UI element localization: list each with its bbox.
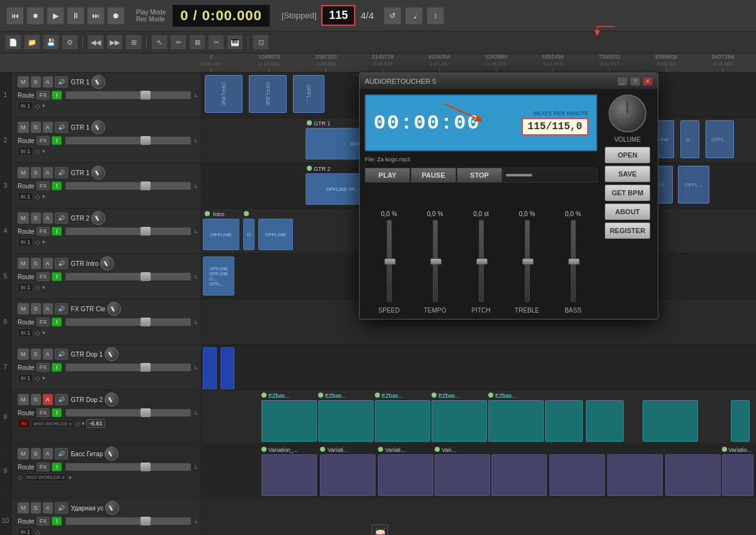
clip-9-3[interactable] bbox=[378, 454, 433, 496]
mute-btn-8[interactable]: M bbox=[18, 394, 29, 405]
vol-knob-3[interactable] bbox=[91, 166, 105, 180]
toolbar-settings[interactable]: ⚙ bbox=[62, 35, 78, 50]
arm-btn-7[interactable]: A bbox=[43, 348, 53, 360]
bass-thumb[interactable] bbox=[568, 258, 580, 265]
toolbar-grid[interactable]: ⊞ bbox=[125, 35, 142, 50]
power-btn-8[interactable]: I bbox=[52, 408, 62, 417]
volume-knob[interactable] bbox=[609, 95, 646, 132]
get-bpm-btn[interactable]: GET BPM bbox=[605, 185, 650, 201]
fader-thumb-10[interactable] bbox=[140, 517, 151, 526]
clip-marker-variation[interactable] bbox=[261, 447, 266, 452]
loop-button[interactable]: ↺ bbox=[384, 7, 401, 25]
toolbar-piano[interactable]: 🎹 bbox=[227, 35, 243, 50]
clip-marker-ezbas5[interactable] bbox=[488, 393, 493, 398]
bpm-display[interactable]: 115 bbox=[321, 5, 355, 26]
fold-btn-7[interactable]: ▾ bbox=[42, 375, 45, 381]
fold-btn-4[interactable]: ▾ bbox=[42, 239, 45, 245]
fader-thumb-4[interactable] bbox=[140, 227, 151, 236]
fader-6[interactable] bbox=[66, 318, 191, 326]
tempo-slider[interactable] bbox=[433, 220, 438, 302]
solo-btn-9[interactable]: S bbox=[31, 448, 41, 459]
mute-btn-2[interactable]: M bbox=[18, 122, 29, 133]
fx-btn-8[interactable]: FX bbox=[37, 408, 50, 417]
power-btn-1[interactable]: I bbox=[52, 91, 62, 100]
fader-2[interactable] bbox=[66, 137, 191, 144]
fader-thumb-7[interactable] bbox=[140, 363, 151, 372]
save-btn[interactable]: SAVE bbox=[605, 166, 650, 182]
solo-btn-10[interactable]: S bbox=[31, 502, 41, 514]
mute-btn-5[interactable]: M bbox=[18, 258, 29, 269]
vol-knob-2[interactable] bbox=[91, 120, 105, 134]
arm-btn-8[interactable]: A bbox=[43, 394, 53, 405]
clip-7-1[interactable] bbox=[203, 347, 217, 390]
clip-marker-intro[interactable] bbox=[205, 211, 210, 216]
metronome-button[interactable]: 𝅘𝅥 bbox=[405, 7, 423, 25]
monitor-btn-5[interactable]: 🔊 bbox=[55, 258, 68, 269]
power-btn-2[interactable]: I bbox=[52, 136, 62, 145]
clip-8-2[interactable] bbox=[318, 400, 374, 442]
monitor-btn-6[interactable]: 🔊 bbox=[55, 303, 68, 314]
treble-thumb[interactable] bbox=[522, 258, 534, 265]
monitor-btn-7[interactable]: 🔊 bbox=[55, 348, 68, 360]
extra-button[interactable]: ↕ bbox=[427, 7, 444, 25]
clip-marker-variatio8[interactable] bbox=[722, 447, 727, 452]
fold-btn-6[interactable]: ▾ bbox=[42, 330, 45, 336]
toolbar-eraser[interactable]: ⊠ bbox=[189, 35, 205, 50]
fader-thumb-2[interactable] bbox=[140, 136, 151, 145]
fold-btn-1[interactable]: ▾ bbox=[42, 103, 45, 109]
vol-knob-5[interactable] bbox=[100, 256, 114, 270]
fx-btn-10[interactable]: FX bbox=[37, 517, 50, 526]
solo-btn-8[interactable]: S bbox=[31, 394, 41, 405]
fader-9[interactable] bbox=[66, 463, 191, 471]
solo-btn-1[interactable]: S bbox=[31, 76, 41, 88]
record-button[interactable]: ⏺ bbox=[107, 7, 125, 25]
clip-1-3[interactable]: OFFL... bbox=[293, 75, 324, 113]
arm-btn-9[interactable]: A bbox=[43, 448, 53, 459]
tempo-thumb[interactable] bbox=[430, 258, 442, 265]
plugin-play-btn[interactable]: PLAY bbox=[365, 168, 410, 183]
fx-btn-3[interactable]: FX bbox=[37, 181, 50, 190]
toolbar-save[interactable]: 💾 bbox=[43, 35, 59, 50]
clip-marker-ezbas[interactable] bbox=[261, 393, 266, 398]
fx-btn-4[interactable]: FX bbox=[37, 227, 50, 236]
mute-btn-3[interactable]: M bbox=[18, 167, 29, 178]
fader-thumb-3[interactable] bbox=[140, 181, 151, 190]
plugin-minimize-btn[interactable]: _ bbox=[617, 77, 627, 86]
clip-4-1[interactable]: OFFLINE bbox=[203, 219, 239, 250]
monitor-btn-1[interactable]: 🔊 bbox=[55, 76, 68, 88]
speed-thumb[interactable] bbox=[384, 258, 396, 265]
monitor-btn-3[interactable]: 🔊 bbox=[55, 167, 68, 178]
power-btn-3[interactable]: I bbox=[52, 181, 62, 190]
arm-btn-2[interactable]: A bbox=[43, 122, 53, 133]
plugin-progress-bar[interactable] bbox=[503, 168, 597, 183]
clip-2-5[interactable]: OFFL... bbox=[706, 120, 734, 158]
clip-marker-gtr2[interactable] bbox=[307, 166, 312, 171]
clip-9-9[interactable] bbox=[722, 454, 753, 496]
fader-thumb-9[interactable] bbox=[140, 463, 151, 471]
pitch-slider[interactable] bbox=[479, 220, 484, 302]
clip-8-3[interactable] bbox=[375, 400, 430, 442]
plugin-stop-btn[interactable]: STOP bbox=[457, 168, 502, 183]
monitor-btn-4[interactable]: 🔊 bbox=[55, 212, 68, 224]
clip-marker-intro2[interactable] bbox=[244, 211, 249, 216]
toolbar-new[interactable]: 📄 bbox=[5, 35, 21, 50]
register-btn[interactable]: REGISTER bbox=[605, 222, 650, 239]
fader-10[interactable] bbox=[66, 517, 191, 525]
toolbar-pencil[interactable]: ✏ bbox=[170, 35, 186, 50]
fold-btn-2[interactable]: ▾ bbox=[42, 148, 45, 154]
clip-9-1[interactable] bbox=[261, 454, 317, 496]
clip-3-4[interactable]: OFFL... bbox=[678, 166, 709, 204]
monitor-btn-2[interactable]: 🔊 bbox=[55, 122, 68, 133]
plugin-pause-btn[interactable]: PAUSE bbox=[411, 168, 456, 183]
fader-thumb-5[interactable] bbox=[140, 272, 151, 281]
clip-8-4[interactable] bbox=[432, 400, 487, 442]
solo-btn-6[interactable]: S bbox=[31, 303, 41, 314]
clip-8-1[interactable] bbox=[261, 400, 317, 442]
plugin-help-btn[interactable]: ? bbox=[630, 77, 640, 86]
power-btn-9[interactable]: I bbox=[52, 463, 62, 471]
clip-9-6[interactable] bbox=[549, 454, 605, 496]
clip-8-6[interactable] bbox=[545, 400, 583, 442]
clip-8-8[interactable] bbox=[643, 400, 698, 442]
clip-1-2[interactable]: OFFLINE bbox=[249, 75, 287, 113]
clip-marker-variati[interactable] bbox=[320, 447, 325, 452]
